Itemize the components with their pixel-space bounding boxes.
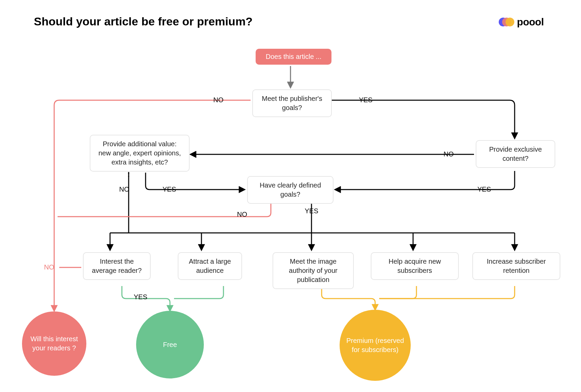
node-exclusive: Provide exclusive content? — [476, 140, 555, 168]
node-start: Does this article ... — [256, 49, 331, 65]
label-no: NO — [119, 186, 129, 193]
label-yes: YES — [305, 207, 318, 215]
label-yes: YES — [477, 186, 491, 193]
label-yes: YES — [134, 293, 147, 301]
node-retention: Increase subscriber retention — [472, 252, 560, 280]
outcome-premium: Premium (reserved for subscribers) — [340, 310, 411, 381]
label-no: NO — [213, 96, 223, 104]
label-no: NO — [444, 150, 454, 158]
outcome-free: Free — [136, 311, 204, 378]
brand-name: poool — [517, 16, 544, 28]
node-image-authority: Meet the image authority of your publica… — [273, 252, 354, 289]
brand-logo: poool — [499, 16, 544, 28]
page-title: Should your article be free or premium? — [34, 15, 253, 28]
node-large-audience: Attract a large audience — [178, 252, 242, 280]
node-acquire-subs: Help acquire new subscribers — [371, 252, 459, 280]
label-no: NO — [237, 211, 247, 218]
label-yes: YES — [359, 96, 372, 104]
node-defined-goals: Have clearly defined goals? — [247, 176, 333, 204]
node-meet-goals: Meet the publisher's goals? — [252, 89, 332, 117]
flowchart: Should your article be free or premium? … — [0, 0, 581, 392]
label-no: NO — [44, 263, 54, 271]
outcome-interest-readers: Will this interest your readers ? — [22, 311, 86, 376]
node-additional-value: Provide additional value: new angle, exp… — [90, 135, 190, 172]
label-yes: YES — [163, 186, 176, 193]
logo-icon — [499, 17, 514, 27]
node-interest-reader: Interest the average reader? — [83, 252, 151, 280]
